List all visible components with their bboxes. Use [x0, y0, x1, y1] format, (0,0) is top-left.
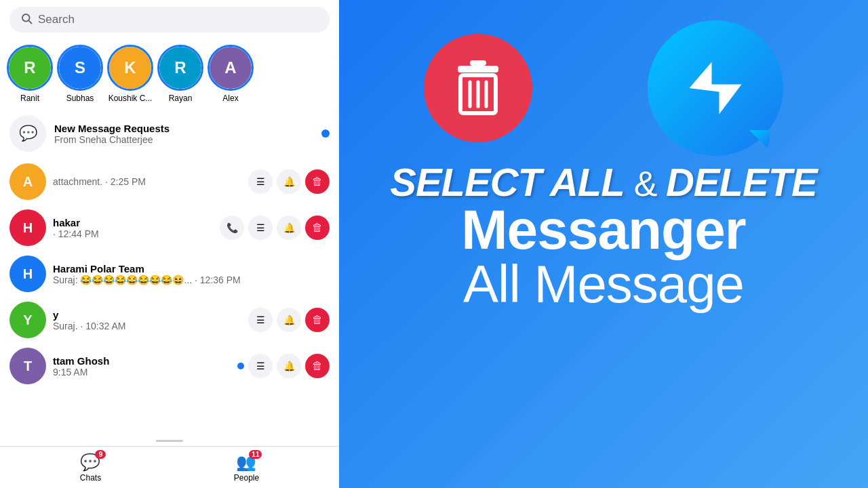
menu-button-5[interactable]: ☰	[248, 354, 273, 378]
bottom-navigation: 💬 9 Chats 👥 11 People	[0, 446, 339, 488]
chat-actions-1: ☰ 🔔 🗑	[248, 169, 330, 194]
mute-button-5[interactable]: 🔔	[277, 354, 301, 378]
menu-button-1[interactable]: ☰	[248, 169, 273, 194]
story-item-koushik[interactable]: K Koushik C...	[107, 45, 153, 103]
mute-button-2[interactable]: 🔔	[277, 216, 301, 240]
chat-row-3[interactable]: H Harami Polar Team Suraj: 😂😂😂😂😂😂😂😂😆... …	[0, 251, 339, 297]
chat-preview-2: · 12:44 PM	[53, 228, 213, 239]
story-avatar-ranit: R	[7, 45, 53, 91]
message-request-text: New Message Requests From Sneha Chatterj…	[54, 123, 330, 145]
chat-actions-2: 📞 ☰ 🔔 🗑	[220, 216, 330, 240]
story-name-rayan: Rayan	[169, 94, 193, 103]
chat-name-4: y	[53, 309, 241, 321]
unread-indicator	[321, 129, 330, 138]
svg-line-1	[28, 20, 31, 23]
delete-text: DELETE	[666, 160, 817, 204]
select-text: SELECT ALL	[390, 160, 623, 204]
nav-chats[interactable]: 💬 9 Chats	[80, 453, 101, 483]
people-badge: 11	[249, 450, 262, 459]
stories-row: R Ranit S Subhas K Koushik C... R Rayan …	[0, 39, 339, 108]
chat-preview-1: attachment. · 2:25 PM	[53, 176, 241, 187]
chat-avatar-3: H	[9, 256, 46, 292]
message-request-subtitle: From Sneha Chatterjee	[54, 134, 330, 145]
unread-dot-5	[237, 363, 244, 369]
chat-row-2[interactable]: H hakar · 12:44 PM 📞 ☰ 🔔 🗑	[0, 205, 339, 251]
chat-actions-5: ☰ 🔔 🗑	[237, 354, 330, 378]
messanger-title: Messanger	[359, 202, 848, 258]
search-placeholder-text: Search	[38, 13, 75, 26]
people-icon: 👥 11	[236, 453, 256, 472]
all-message-title: All Message	[359, 258, 848, 310]
chat-row-5[interactable]: T ttam Ghosh 9:15 AM ☰ 🔔 🗑	[0, 343, 339, 389]
delete-button-5[interactable]: 🗑	[305, 354, 330, 378]
headline-text-area: SELECT ALL & DELETE Messanger All Messag…	[339, 163, 868, 310]
top-icons-row	[339, 0, 868, 163]
chats-icon: 💬 9	[80, 453, 100, 472]
chat-content-3: Harami Polar Team Suraj: 😂😂😂😂😂😂😂😂😆... · …	[53, 263, 330, 285]
chat-content-5: ttam Ghosh 9:15 AM	[53, 355, 231, 378]
mute-button-4[interactable]: 🔔	[277, 308, 301, 332]
story-item-ranit[interactable]: R Ranit	[7, 45, 53, 103]
chat-preview-5: 9:15 AM	[53, 367, 231, 378]
search-bar-container: Search	[0, 0, 339, 39]
story-avatar-alex: A	[208, 45, 254, 91]
chat-actions-4: ☰ 🔔 🗑	[248, 308, 330, 332]
chat-content-4: y Suraj. · 10:32 AM	[53, 309, 241, 331]
people-label: People	[234, 473, 259, 483]
nav-people[interactable]: 👥 11 People	[234, 453, 259, 483]
svg-rect-2	[458, 66, 498, 73]
menu-button-4[interactable]: ☰	[248, 308, 273, 332]
story-item-subhas[interactable]: S Subhas	[57, 45, 103, 103]
chat-preview-3: Suraj: 😂😂😂😂😂😂😂😂😆... · 12:36 PM	[53, 274, 330, 285]
story-avatar-rayan: R	[157, 45, 203, 91]
select-all-delete-text: SELECT ALL & DELETE	[359, 163, 848, 202]
messenger-left-panel: Search R Ranit S Subhas K Koushik C... R	[0, 0, 339, 488]
chat-avatar-1: A	[9, 163, 46, 200]
chat-avatar-5: T	[9, 348, 46, 384]
message-request-icon: 💬	[9, 115, 46, 152]
home-indicator	[156, 440, 183, 442]
message-request-title: New Message Requests	[54, 123, 330, 134]
right-panel-thumbnail: SELECT ALL & DELETE Messanger All Messag…	[339, 0, 868, 488]
chat-avatar-2: H	[9, 209, 46, 246]
chat-content-1: attachment. · 2:25 PM	[53, 176, 241, 187]
chat-preview-4: Suraj. · 10:32 AM	[53, 321, 241, 331]
story-name-koushik: Koushik C...	[108, 94, 153, 103]
delete-button-4[interactable]: 🗑	[305, 308, 330, 332]
chat-avatar-4: Y	[9, 302, 46, 338]
phone-button-2[interactable]: 📞	[220, 216, 244, 240]
mute-button-1[interactable]: 🔔	[277, 169, 301, 194]
story-item-alex[interactable]: A Alex	[208, 45, 254, 103]
menu-button-2[interactable]: ☰	[248, 216, 273, 240]
story-name-alex: Alex	[222, 94, 238, 103]
trash-icon-circle	[424, 34, 532, 142]
chat-name-5: ttam Ghosh	[53, 355, 231, 367]
story-name-ranit: Ranit	[20, 94, 39, 103]
delete-button-1[interactable]: 🗑	[305, 169, 330, 194]
chat-content-2: hakar · 12:44 PM	[53, 217, 213, 239]
delete-button-2[interactable]: 🗑	[305, 216, 330, 240]
story-avatar-koushik: K	[107, 45, 153, 91]
story-item-rayan[interactable]: R Rayan	[157, 45, 203, 103]
messenger-logo-bubble	[648, 20, 783, 156]
chats-label: Chats	[80, 473, 101, 483]
message-request-item[interactable]: 💬 New Message Requests From Sneha Chatte…	[0, 108, 339, 159]
chat-row-4[interactable]: Y y Suraj. · 10:32 AM ☰ 🔔 🗑	[0, 297, 339, 343]
chat-name-2: hakar	[53, 217, 213, 228]
search-icon	[20, 12, 33, 27]
chat-name-3: Harami Polar Team	[53, 263, 330, 274]
chats-badge: 9	[95, 450, 106, 459]
story-name-subhas: Subhas	[66, 94, 94, 103]
story-avatar-subhas: S	[57, 45, 103, 91]
svg-rect-3	[470, 60, 486, 66]
search-input-wrapper[interactable]: Search	[9, 7, 330, 33]
chat-row-1[interactable]: A attachment. · 2:25 PM ☰ 🔔 🗑	[0, 159, 339, 205]
